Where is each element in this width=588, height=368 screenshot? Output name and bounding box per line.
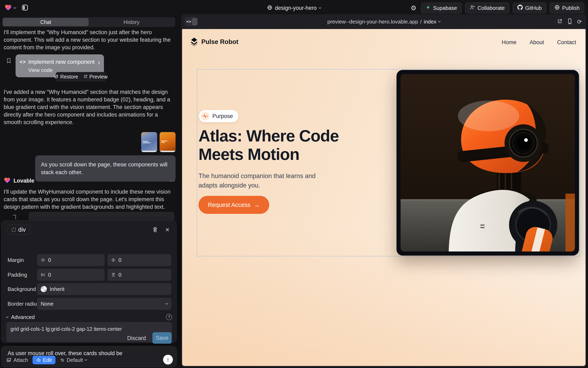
lovable-logo-heart-icon[interactable] [4, 4, 12, 12]
restore-icon: ↺ [54, 74, 58, 80]
nav-contact[interactable]: Contact [557, 39, 576, 46]
publish-button[interactable]: Publish [550, 2, 584, 13]
edit-mode-button[interactable]: Edit [33, 356, 56, 364]
preview-path: index [424, 18, 436, 25]
close-panel-icon[interactable]: ✕ [165, 227, 170, 233]
chat-input-box[interactable]: As user mouse roll over, these cards sho… [1, 346, 177, 367]
site-brand[interactable]: Pulse Robot [190, 38, 238, 46]
assistant-message-2: I've added a new "Why Humanoid" section … [4, 88, 176, 126]
publish-globe-icon [554, 5, 560, 11]
code-view-toggle[interactable]: <> [185, 17, 198, 26]
arrow-up-icon: ↑ [167, 357, 169, 363]
publish-label: Publish [562, 5, 580, 11]
collaborate-user-plus-icon [470, 5, 475, 11]
padding-y-input[interactable]: 0 [107, 269, 171, 281]
nav-home[interactable]: Home [502, 39, 516, 46]
preview-url[interactable]: preview--design-your-hero.lovable.app / … [327, 14, 440, 29]
border-radius-select[interactable]: None [37, 298, 171, 310]
tab-history[interactable]: History [89, 18, 174, 26]
padding-x-input[interactable]: 0 [37, 269, 104, 281]
nav-about[interactable]: About [530, 39, 544, 46]
request-access-button[interactable]: Request Access → [199, 196, 269, 214]
margin-label: Margin [8, 257, 24, 263]
save-button[interactable]: Save [152, 332, 172, 344]
sidebar-toggle-icon[interactable] [21, 4, 28, 12]
advanced-label: Advanced [11, 314, 35, 320]
padding-vertical-icon [111, 273, 116, 277]
image-icon [6, 358, 11, 363]
mobile-view-icon[interactable] [567, 18, 572, 25]
robot-image [401, 74, 575, 251]
advanced-toggle[interactable]: Advanced ? [6, 313, 172, 321]
background-input[interactable]: Inherit [37, 283, 171, 295]
element-inspector-panel: div ✕ Margin 0 0 Padding 0 0 Background … [1, 221, 177, 343]
preview-button[interactable]: Preview [84, 74, 108, 80]
attachment-thumbnail-orange[interactable] [160, 132, 176, 152]
supabase-button[interactable]: Supabase [421, 2, 462, 13]
collaborate-button[interactable]: Collaborate [465, 2, 509, 13]
attachment-thumbnail-blue[interactable] [141, 132, 157, 152]
refresh-icon[interactable]: ⟳ [577, 18, 582, 25]
margin-x-input[interactable]: 0 [37, 254, 104, 266]
border-radius-label: Border radius [8, 301, 39, 307]
attach-button[interactable]: Attach [6, 357, 28, 363]
workspace-chevron-down-icon[interactable] [13, 6, 16, 9]
site-nav: Home About Contact [502, 39, 576, 46]
project-switcher[interactable]: design-your-hero [267, 0, 321, 16]
message-menu-icon[interactable]: ⋯ [169, 177, 176, 184]
tab-chat[interactable]: Chat [3, 18, 89, 26]
component-card-title: Implement new component [28, 59, 95, 65]
code-toggle-icon: <> [186, 19, 191, 24]
settings-gear-icon[interactable]: ⚙ [411, 4, 417, 12]
pulse-icon [201, 112, 209, 120]
url-separator: / [420, 18, 422, 25]
assistant-message-1: I'll implement the "Why Humanoid" sectio… [4, 29, 176, 51]
bookmark-icon-partial [11, 214, 17, 221]
mode-chevron-icon [85, 358, 87, 361]
brand-name: Pulse Robot [201, 38, 238, 46]
external-link-icon [84, 74, 87, 80]
discard-button[interactable]: Discard [127, 335, 146, 341]
project-chevron-down-icon [319, 6, 322, 9]
margin-y-value: 0 [118, 257, 121, 263]
classes-textarea[interactable]: grid grid-cols-1 lg:grid-cols-2 gap-12 i… [6, 322, 172, 342]
padding-x-value: 0 [48, 272, 51, 278]
chevron-right-icon [97, 61, 100, 64]
edit-label: Edit [43, 357, 52, 363]
site-viewport: Pulse Robot Home About Contact Purpose A… [182, 29, 586, 366]
send-button[interactable]: ↑ [163, 355, 173, 365]
margin-vertical-icon [111, 258, 116, 262]
code-icon: <> [20, 59, 26, 65]
supabase-bolt-icon [426, 5, 431, 11]
pulse-robot-logo-icon [190, 38, 198, 46]
message-toolbar: ↺ Restore Preview [56, 72, 106, 81]
chat-tabs: Chat History [2, 17, 175, 27]
assistant-message-3: I'll update the WhyHumanoid component to… [4, 188, 176, 211]
margin-y-input[interactable]: 0 [107, 254, 171, 266]
classes-value: grid grid-cols-1 lg:grid-cols-2 gap-12 i… [10, 326, 122, 332]
preview-label: Preview [89, 74, 108, 80]
github-icon [517, 5, 523, 11]
help-icon[interactable]: ? [166, 314, 172, 320]
restore-label: Restore [60, 74, 78, 80]
bookmark-icon[interactable] [6, 58, 12, 64]
padding-label: Padding [8, 272, 27, 278]
purpose-badge: Purpose [199, 110, 238, 122]
sliders-icon [60, 358, 65, 362]
delete-element-icon[interactable] [152, 227, 158, 233]
margin-horizontal-icon [41, 258, 45, 262]
github-label: GitHub [525, 5, 542, 11]
model-selector[interactable]: Default [60, 357, 87, 363]
supabase-label: Supabase [433, 5, 457, 11]
assistant-header: Lovable ⋯ [4, 176, 176, 185]
restore-button[interactable]: ↺ Restore [54, 74, 78, 80]
open-external-icon[interactable] [557, 18, 562, 25]
selected-element-pill[interactable]: div [8, 225, 30, 234]
attach-label: Attach [13, 357, 28, 363]
project-name: design-your-hero [275, 5, 316, 11]
topbar: design-your-hero ⚙ Supabase Collaborate … [0, 0, 588, 16]
arrow-right-icon: → [254, 201, 260, 208]
github-button[interactable]: GitHub [513, 2, 546, 13]
view-code-link[interactable]: View code [28, 67, 53, 74]
dashed-square-icon [12, 228, 16, 232]
